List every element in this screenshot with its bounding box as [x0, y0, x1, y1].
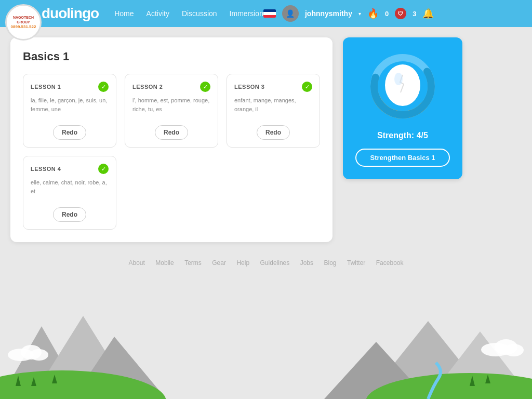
header-left: duolingo Home Activity Discussion Immers… [10, 5, 263, 22]
streak-count: 0 [385, 10, 389, 18]
header: NAGOTECH GROUP 0899.531.522 duolingo Hom… [0, 0, 532, 27]
svg-point-14 [30, 349, 48, 361]
lesson-card-1: LESSON 1 ✓ la, fille, le, garçon, je, su… [23, 74, 116, 148]
header-right: 👤 johnnysmithy ▾ 🔥 0 🛡 3 🔔 [263, 5, 434, 22]
chevron-down-icon[interactable]: ▾ [358, 11, 361, 17]
footer-mobile[interactable]: Mobile [155, 259, 174, 267]
footer-about[interactable]: About [129, 259, 145, 267]
nav-home[interactable]: Home [114, 9, 134, 18]
lesson-3-words: enfant, mange, manges, orange, il [234, 96, 312, 119]
footer-guidelines[interactable]: Guidelines [260, 259, 290, 267]
svg-point-4 [394, 73, 403, 85]
strength-label: Strength: 4/5 [377, 131, 428, 140]
footer-facebook[interactable]: Facebook [376, 259, 404, 267]
flag-red [263, 15, 276, 18]
badge-company: NAGOTECH GROUP [13, 16, 34, 24]
shield-count: 3 [413, 10, 416, 18]
main-content: Basics 1 LESSON 1 ✓ la, fille, le, garço… [0, 27, 532, 252]
footer-twitter[interactable]: Twitter [347, 259, 365, 267]
footer-help[interactable]: Help [236, 259, 249, 267]
footer-blog[interactable]: Blog [324, 259, 337, 267]
strengthen-button[interactable]: Strengthen Basics 1 [355, 149, 450, 167]
lesson-3-redo-button[interactable]: Redo [257, 125, 290, 140]
lesson-card-4: LESSON 4 ✓ elle, calme, chat, noir, robe… [23, 156, 116, 230]
footer-terms[interactable]: Terms [184, 259, 202, 267]
flame-icon: 🔥 [367, 8, 379, 19]
lesson-3-title: LESSON 3 [234, 84, 264, 90]
duolingo-logo: duolingo [42, 5, 99, 22]
strength-panel: Strength: 4/5 Strengthen Basics 1 [343, 37, 462, 179]
lessons-grid-top: LESSON 1 ✓ la, fille, le, garçon, je, su… [23, 74, 320, 148]
svg-point-3 [385, 64, 420, 106]
badge-number: 0899.531.522 [11, 24, 36, 29]
donut-chart [366, 50, 439, 123]
footer-jobs[interactable]: Jobs [300, 259, 313, 267]
donut-svg [366, 50, 439, 123]
panel-title: Basics 1 [23, 50, 320, 63]
lesson-3-check-icon: ✓ [302, 82, 312, 92]
shield-icon: 🛡 [395, 8, 406, 19]
lesson-1-check-icon: ✓ [98, 82, 109, 92]
nav-activity[interactable]: Activity [147, 9, 169, 18]
footer: About Mobile Terms Gear Help Guidelines … [0, 252, 532, 272]
username[interactable]: johnnysmithy [305, 9, 352, 18]
lesson-2-words: l', homme, est, pomme, rouge, riche, tu,… [132, 96, 210, 119]
lesson-4-words: elle, calme, chat, noir, robe, a, et [31, 178, 109, 201]
lesson-4-check-icon: ✓ [98, 164, 109, 174]
lesson-1-words: la, fille, le, garçon, je, suis, un, fem… [31, 96, 109, 119]
lesson-card-2: LESSON 2 ✓ l', homme, est, pomme, rouge,… [125, 74, 218, 148]
mountain-right-svg [324, 305, 532, 399]
lesson-4-header: LESSON 4 ✓ [31, 164, 109, 174]
lesson-2-header: LESSON 2 ✓ [132, 82, 210, 92]
lesson-1-title: LESSON 1 [31, 84, 61, 90]
landscape [0, 295, 532, 399]
mountain-left-svg [0, 305, 208, 399]
lessons-panel: Basics 1 LESSON 1 ✓ la, fille, le, garço… [10, 37, 332, 242]
bell-icon[interactable]: 🔔 [422, 8, 434, 19]
lesson-1-header: LESSON 1 ✓ [31, 82, 109, 92]
nav-immersion[interactable]: Immersion [230, 9, 263, 18]
language-flag [263, 9, 276, 18]
lesson-2-check-icon: ✓ [200, 82, 210, 92]
footer-gear[interactable]: Gear [212, 259, 226, 267]
svg-point-23 [504, 344, 524, 356]
avatar: 👤 [282, 5, 299, 22]
nav-discussion[interactable]: Discussion [182, 9, 217, 18]
lesson-4-title: LESSON 4 [31, 166, 61, 172]
lesson-2-redo-button[interactable]: Redo [155, 125, 188, 140]
lesson-4-redo-button[interactable]: Redo [53, 207, 86, 222]
main-nav: Home Activity Discussion Immersion [114, 9, 263, 18]
lesson-3-header: LESSON 3 ✓ [234, 82, 312, 92]
lessons-grid-bottom: LESSON 4 ✓ elle, calme, chat, noir, robe… [23, 156, 320, 230]
lesson-2-title: LESSON 2 [132, 84, 163, 90]
lesson-1-redo-button[interactable]: Redo [53, 125, 86, 140]
lesson-card-3: LESSON 3 ✓ enfant, mange, manges, orange… [227, 74, 320, 148]
logo-badge: NAGOTECH GROUP 0899.531.522 [5, 4, 42, 41]
